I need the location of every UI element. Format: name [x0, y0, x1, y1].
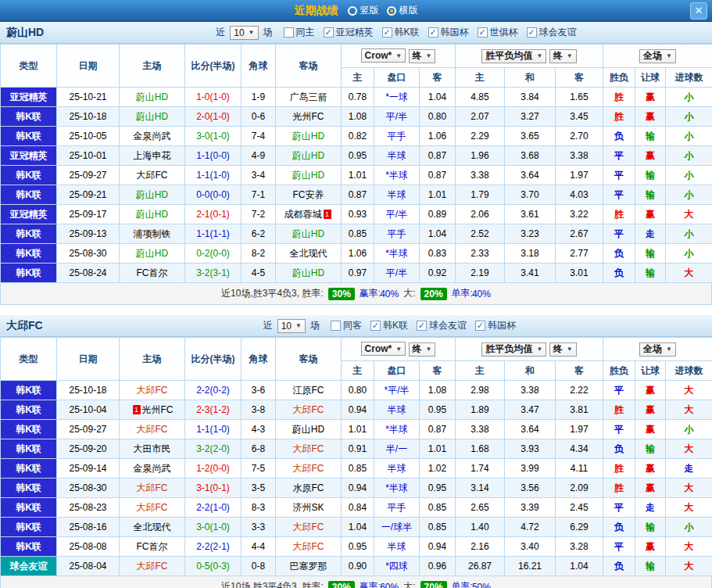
league-filter[interactable]: 同主	[284, 26, 315, 39]
score-cell: 3-1(0-1)	[185, 479, 242, 498]
asian-away-odds: 0.95	[420, 479, 456, 498]
team-link[interactable]: 光州FC	[142, 404, 174, 415]
team-link[interactable]: 金泉尚武	[134, 131, 171, 142]
team-link[interactable]: 大邱FC	[137, 170, 168, 181]
team-link[interactable]: 蔚山HD	[292, 170, 324, 181]
team-link[interactable]: 蔚山HD	[136, 189, 168, 200]
checkbox-icon[interactable]: ✓	[475, 321, 485, 331]
match-count-select[interactable]: 10 ▼	[230, 26, 258, 40]
team-link[interactable]: 蔚山HD	[136, 209, 168, 220]
team-link[interactable]: 蔚山HD	[136, 248, 168, 259]
euro-final-select[interactable]: 终▼	[549, 342, 577, 357]
league-filter[interactable]: 同客	[331, 319, 362, 332]
team-link[interactable]: 成都蓉城	[284, 209, 322, 220]
bookmaker-select[interactable]: Crow*▼	[361, 48, 406, 63]
team-link[interactable]: 大邱FC	[137, 561, 168, 572]
team-link[interactable]: 蔚山HD	[292, 267, 324, 278]
radio-label: 竖版	[360, 4, 379, 17]
team-link[interactable]: 大邱FC	[293, 522, 324, 532]
checkbox-icon[interactable]: ✓	[417, 321, 427, 331]
team-link[interactable]: 大邱FC	[137, 424, 168, 435]
league-filter[interactable]: ✓韩K联	[370, 319, 408, 332]
team-link[interactable]: 大邱FC	[137, 482, 168, 493]
team-link[interactable]: 大邱FC	[293, 463, 324, 474]
goals-cell: 小	[666, 185, 712, 205]
team-link[interactable]: 浦项制铁	[134, 228, 171, 239]
outcome-cell: 负	[603, 127, 635, 146]
team-link[interactable]: 光州FC	[293, 111, 324, 122]
league-cell: 韩K联	[1, 127, 57, 146]
version-radio[interactable]: 竖版	[348, 4, 379, 17]
corners-cell: 3-4	[242, 166, 276, 185]
team-link[interactable]: FC安养	[293, 189, 324, 200]
team-link[interactable]: 蔚山HD	[292, 131, 324, 142]
checkbox-icon[interactable]: ✓	[370, 321, 381, 331]
filter-label: 韩国杯	[488, 319, 516, 332]
league-filter[interactable]: ✓球会友谊	[417, 319, 467, 332]
close-button[interactable]: ✕	[690, 2, 707, 20]
team-link[interactable]: 蔚山HD	[292, 228, 324, 239]
league-filter[interactable]: ✓亚冠精英	[324, 26, 374, 39]
checkbox-icon[interactable]: ✓	[382, 27, 392, 38]
scope-select[interactable]: 全场▼	[639, 49, 676, 63]
team-link[interactable]: 大田市民	[134, 443, 171, 454]
asian-home-odds: 1.01	[342, 420, 374, 439]
team-link[interactable]: FC首尔	[137, 267, 168, 278]
asian-final-select[interactable]: 终▼	[409, 342, 436, 357]
league-filter[interactable]: ✓韩国杯	[475, 319, 516, 332]
team-link[interactable]: 蔚山HD	[292, 150, 324, 161]
euro-average-select[interactable]: 胜平负均值▼	[481, 49, 546, 63]
checkbox-icon[interactable]	[284, 27, 294, 38]
home-team-cell: 大邱FC	[120, 166, 185, 185]
checkbox-icon[interactable]: ✓	[478, 27, 488, 38]
euro-away-odds: 2.70	[556, 127, 603, 146]
scope-select[interactable]: 全场▼	[639, 342, 676, 357]
asian-away-odds: 0.96	[420, 557, 456, 576]
asian-handicap-line: 半球	[374, 400, 420, 420]
radio-icon[interactable]	[348, 6, 357, 16]
euro-home-odds: 1.96	[456, 146, 505, 166]
asian-home-odds: 0.85	[342, 224, 374, 244]
team-link[interactable]: 蔚山HD	[136, 91, 168, 102]
league-filter-list: 同主✓亚冠精英✓韩K联✓韩国杯✓世俱杯✓球会友谊	[284, 26, 577, 39]
date-cell: 25-09-20	[57, 439, 120, 459]
team-link[interactable]: 全北现代	[290, 248, 327, 259]
team-link[interactable]: 巴塞罗那	[290, 561, 327, 572]
team-link[interactable]: 全北现代	[134, 522, 171, 532]
team-link[interactable]: 江原FC	[293, 385, 324, 396]
team-link[interactable]: 大邱FC	[137, 502, 168, 513]
team-link[interactable]: 大邱FC	[293, 404, 324, 415]
league-filter[interactable]: ✓韩国杯	[428, 26, 469, 39]
euro-draw-odds: 3.27	[505, 107, 556, 127]
team-link[interactable]: 金泉尚武	[134, 463, 171, 474]
asian-final-select[interactable]: 终▼	[409, 49, 436, 63]
checkbox-icon[interactable]	[331, 321, 341, 331]
euro-draw-odds: 3.23	[505, 224, 556, 244]
col-date: 日期	[57, 45, 120, 88]
radio-icon[interactable]	[387, 6, 396, 16]
team-link[interactable]: 大邱FC	[137, 385, 168, 396]
league-filter[interactable]: ✓球会友谊	[527, 26, 577, 39]
match-count-select[interactable]: 10 ▼	[277, 319, 306, 333]
league-filter[interactable]: ✓世俱杯	[478, 26, 518, 39]
team-link[interactable]: 大邱FC	[293, 443, 324, 454]
asian-away-odds: 0.80	[420, 107, 456, 127]
team-link[interactable]: 济州SK	[292, 502, 324, 513]
team-link[interactable]: 大邱FC	[293, 541, 324, 552]
team-link[interactable]: FC首尔	[137, 541, 168, 552]
team-link[interactable]: 水原FC	[293, 482, 324, 493]
checkbox-icon[interactable]: ✓	[527, 27, 537, 38]
team-link[interactable]: 蔚山HD	[136, 111, 168, 122]
version-radio[interactable]: 横版	[387, 4, 418, 17]
team-link[interactable]: 广岛三箭	[290, 91, 327, 102]
checkbox-icon[interactable]: ✓	[324, 27, 334, 38]
bookmaker-select[interactable]: Crow*▼	[361, 342, 406, 356]
euro-average-select[interactable]: 胜平负均值▼	[481, 342, 546, 357]
league-filter[interactable]: ✓韩K联	[382, 26, 420, 39]
euro-final-select[interactable]: 终▼	[549, 49, 577, 63]
team-link[interactable]: 上海申花	[134, 150, 171, 161]
checkbox-icon[interactable]: ✓	[428, 27, 438, 38]
team-link[interactable]: 蔚山HD	[292, 424, 324, 435]
chevron-down-icon: ▼	[426, 346, 432, 353]
score-cell: 1-2(0-0)	[185, 459, 242, 479]
